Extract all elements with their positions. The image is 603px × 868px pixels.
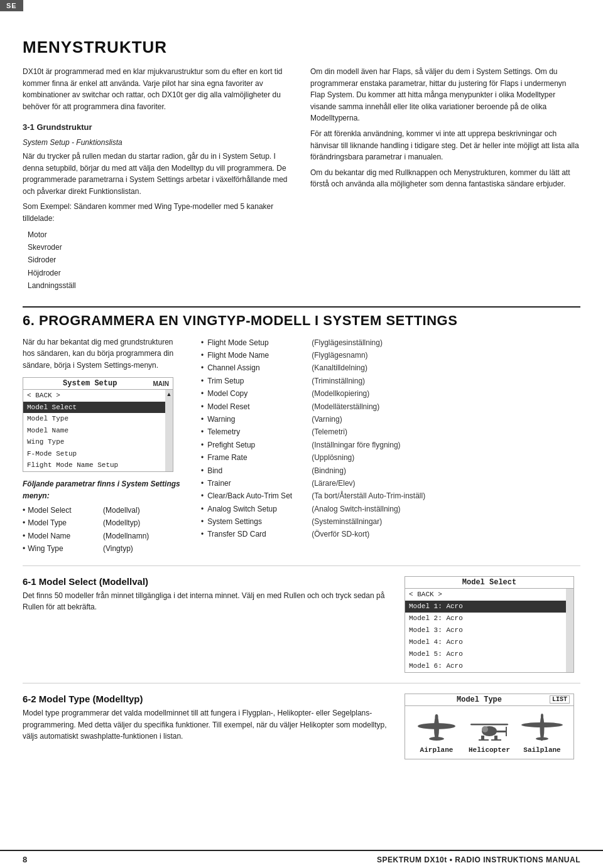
rp-bind-name: Bind	[207, 464, 308, 477]
se-badge: SE	[0, 0, 23, 11]
list-item-hojdroder: Höjdroder	[28, 267, 293, 279]
svg-rect-16	[541, 734, 543, 741]
prog-area: När du har bekantat dig med grundstruktu…	[23, 336, 580, 555]
rp-telemetry-value: (Telemetri)	[312, 426, 347, 438]
ms-row-model5[interactable]: Model 5: Acro	[405, 648, 566, 660]
setup-row-model-name[interactable]: Model Name	[23, 425, 165, 437]
svg-point-17	[541, 714, 543, 719]
rp-trainer-value: (Lärare/Elev)	[312, 477, 355, 490]
ms-row-model2[interactable]: Model 2: Acro	[405, 613, 566, 624]
setup-row-fmode[interactable]: F-Mode Setup	[23, 448, 165, 460]
system-setup-main: MAIN	[153, 380, 169, 387]
system-setup-label: System Setup	[27, 379, 153, 388]
bullet-dot-icon: •	[201, 336, 204, 349]
subsection-31-p1: När du trycker på rullen medan du starta…	[23, 151, 293, 197]
model-type-box: Model Type LIST	[405, 694, 574, 759]
footer-page-number: 8	[23, 855, 27, 864]
setup-row-back[interactable]: < BACK >	[23, 390, 165, 402]
rp-bind-value: (Bindning)	[312, 464, 346, 477]
param-row-wing-type: Wing Type (Vingtyp)	[23, 542, 186, 555]
subsection-31-p2: Som Exempel: Sändaren kommer med Wing Ty…	[23, 201, 293, 224]
section-62-right: Model Type LIST	[405, 694, 580, 759]
rp-flight-mode-name-name: Flight Mode Name	[207, 349, 308, 362]
bullet-dot-icon2: •	[201, 349, 204, 362]
intro-right-p3: Om du bekantar dig med Rullknappen och M…	[310, 167, 580, 190]
param-wing-type-name: Wing Type	[23, 542, 98, 555]
setup-scrollbar[interactable]: ▲	[165, 390, 173, 471]
svg-rect-11	[491, 739, 501, 741]
rp-flight-mode-setup-value: (Flyglägesinställning)	[312, 336, 383, 349]
bullet-dot-icon13: •	[201, 490, 204, 502]
ms-row-model4[interactable]: Model 4: Acro	[405, 636, 566, 648]
ms-row-model6[interactable]: Model 6: Acro	[405, 660, 566, 672]
rp-model-copy: • Model Copy (Modellkopiering)	[201, 387, 580, 400]
rp-flight-mode-name: • Flight Mode Name (Flyglägesnamn)	[201, 349, 580, 362]
bullet-dot-icon8: •	[201, 426, 204, 438]
ms-scrollbar[interactable]	[566, 589, 573, 672]
rp-trim-setup: • Trim Setup (Triminställning)	[201, 375, 580, 387]
rp-model-reset: • Model Reset (Modelläterställning)	[201, 400, 580, 413]
rp-telemetry: • Telemetry (Telemetri)	[201, 426, 580, 438]
svg-rect-9	[494, 736, 497, 740]
rp-frame-rate: • Frame Rate (Upplösning)	[201, 451, 580, 464]
rp-transfer-sd-value: (Överför SD-kort)	[312, 528, 369, 540]
rp-clear-back-value: (Ta bort/Återställ Auto-Trim-inställ)	[312, 490, 425, 502]
rp-trainer-name: Trainer	[207, 477, 308, 490]
content-area: MENYSTRUKTUR DX10t är programmerad med e…	[0, 0, 603, 803]
intro-two-col: DX10t är programmerad med en klar mjukva…	[23, 66, 580, 295]
page-wrapper: SE MENYSTRUKTUR DX10t är programmerad me…	[0, 0, 603, 868]
setup-row-flight-mode-name[interactable]: Flight Mode Name Setup	[23, 459, 165, 471]
bullet-dot-icon12: •	[201, 477, 204, 490]
prog-left: När du har bekantat dig med grundstruktu…	[23, 336, 186, 555]
rp-telemetry-name: Telemetry	[207, 426, 308, 438]
param-row-model-name: Model Name (Modellnamn)	[23, 530, 186, 542]
rp-bind: • Bind (Bindning)	[201, 464, 580, 477]
section-61-left: 6-1 Model Select (Modellval) Det finns 5…	[23, 576, 389, 617]
section-6-divider: 6. PROGRAMMERA EN VINGTYP-MODELL I SYSTE…	[23, 306, 580, 555]
section-62-left: 6-2 Model Type (Modelltyp) Model type pr…	[23, 694, 389, 746]
param-model-type-value: (Modelltyp)	[103, 517, 140, 529]
helicopter-icon	[467, 712, 511, 744]
bullet-dot-icon16: •	[201, 528, 204, 540]
subsection-31-title: 3-1 Grundstruktur	[23, 121, 293, 134]
rp-clear-back-name: Clear/Back Auto-Trim Set	[207, 490, 308, 502]
model-select-rows: < BACK > Model 1: Acro Model 2: Acro Mod…	[405, 589, 566, 672]
section-title-menystruktur: MENYSTRUKTUR	[23, 38, 580, 57]
model-type-airplane[interactable]: Airplane	[415, 712, 459, 754]
sailplane-label: Sailplane	[523, 746, 560, 754]
svg-rect-7	[470, 724, 508, 726]
model-type-sailplane[interactable]: Sailplane	[520, 712, 564, 754]
rp-channel-assign-value: (Kanaltilldelning)	[312, 362, 367, 374]
section-61-title: 6-1 Model Select (Modellval)	[23, 576, 389, 587]
model-type-inner: Airplane	[405, 706, 573, 759]
intro-right-p1: Om din modell även har Flaps, så väljer …	[310, 66, 580, 124]
system-setup-box: System Setup MAIN < BACK > Model Select …	[23, 377, 173, 472]
setup-row-model-select[interactable]: Model Select	[23, 402, 165, 414]
rp-transfer-sd-name: Transfer SD Card	[207, 528, 308, 540]
model-type-label: Model Type	[409, 695, 550, 704]
svg-point-14	[521, 722, 563, 727]
rp-frame-rate-name: Frame Rate	[207, 451, 308, 464]
svg-point-1	[418, 723, 455, 729]
airplane-label: Airplane	[420, 746, 454, 754]
rp-system-settings-value: (Systeminställningar)	[312, 515, 382, 528]
model-type-helicopter[interactable]: Helicopter	[467, 712, 511, 754]
bullet-dot-icon10: •	[201, 451, 204, 464]
ms-row-back[interactable]: < BACK >	[405, 589, 566, 601]
rp-model-copy-name: Model Copy	[207, 387, 308, 400]
setup-rows: < BACK > Model Select Model Type Model N…	[23, 390, 165, 471]
rp-flight-mode-setup-name: Flight Mode Setup	[207, 336, 308, 349]
ms-row-model3[interactable]: Model 3: Acro	[405, 624, 566, 636]
setup-row-wing-type[interactable]: Wing Type	[23, 436, 165, 448]
ms-row-model1[interactable]: Model 1: Acro	[405, 601, 566, 613]
setup-row-model-type[interactable]: Model Type	[23, 413, 165, 425]
list-item-landning: Landningsställ	[28, 279, 293, 292]
model-type-list-label: LIST	[550, 695, 570, 704]
section-menystruktur: MENYSTRUKTUR DX10t är programmerad med e…	[23, 38, 580, 295]
right-params-list: • Flight Mode Setup (Flyglägesinställnin…	[201, 336, 580, 541]
bullet-dot-icon3: •	[201, 362, 204, 374]
bullet-dot-icon5: •	[201, 387, 204, 400]
sailplane-icon	[520, 712, 564, 744]
param-model-select-value: (Modellval)	[103, 504, 140, 517]
bullet-dot-icon4: •	[201, 375, 204, 387]
